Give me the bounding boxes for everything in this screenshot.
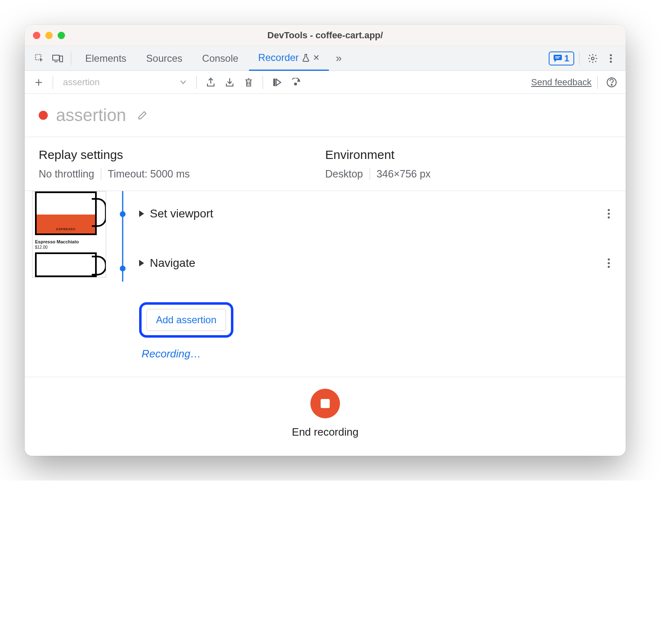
add-assertion-button[interactable]: Add assertion — [147, 309, 226, 331]
environment-heading: Environment — [325, 148, 612, 162]
end-recording-button[interactable] — [310, 389, 340, 418]
issues-count: 1 — [564, 53, 569, 64]
replay-settings-heading: Replay settings — [39, 148, 325, 162]
timeline-dot — [120, 211, 126, 217]
steps-list: Set viewport Navigate Add assertion Reco… — [139, 191, 618, 377]
recording-status: Recording… — [142, 348, 610, 360]
titlebar: DevTools - coffee-cart.app/ — [25, 25, 626, 46]
tab-sources[interactable]: Sources — [137, 46, 191, 71]
issues-badge[interactable]: 1 — [549, 51, 574, 65]
thumbnail-coffee-fill: ESPRESSO — [37, 215, 95, 233]
svg-rect-2 — [60, 56, 63, 62]
step-menu-icon[interactable] — [608, 208, 610, 219]
devtools-tabstrip: Elements Sources Console Recorder ✕ » 1 — [25, 46, 626, 71]
timeline-dot — [120, 266, 126, 271]
separator — [597, 76, 598, 89]
tab-label: Recorder — [258, 52, 299, 63]
kebab-menu-icon[interactable] — [603, 50, 619, 67]
step-label: Set viewport — [150, 207, 213, 220]
tab-recorder[interactable]: Recorder ✕ — [249, 46, 329, 71]
thumbnail-product-name: Espresso Macchiato — [35, 239, 79, 244]
settings-icon[interactable] — [584, 50, 601, 67]
thumbnail-cup-graphic-2 — [35, 252, 97, 277]
separator — [71, 52, 71, 65]
svg-point-10 — [295, 83, 297, 85]
stop-icon — [321, 399, 330, 408]
expand-icon — [139, 260, 144, 266]
svg-point-14 — [608, 212, 610, 215]
add-assertion-highlight: Add assertion — [139, 302, 233, 338]
device-toolbar-icon[interactable] — [49, 50, 66, 67]
step-row-set-viewport[interactable]: Set viewport — [139, 191, 610, 236]
help-icon[interactable] — [603, 74, 620, 91]
experiment-icon — [302, 54, 310, 62]
step-label: Navigate — [150, 257, 196, 270]
svg-point-5 — [591, 57, 594, 60]
performance-replay-icon[interactable] — [288, 74, 304, 91]
inspect-element-icon[interactable] — [31, 50, 48, 67]
dimensions-value: 346×756 px — [377, 168, 431, 180]
svg-point-8 — [610, 61, 612, 63]
separator — [196, 76, 197, 89]
svg-rect-9 — [274, 79, 275, 86]
separator — [370, 168, 370, 180]
svg-point-15 — [608, 216, 610, 218]
thumbnail-cup-graphic: ESPRESSO — [35, 191, 97, 235]
tab-console[interactable]: Console — [193, 46, 247, 71]
import-icon[interactable] — [221, 74, 238, 91]
replay-icon[interactable] — [269, 74, 285, 91]
screenshot-thumbnail-column: ESPRESSO Espresso Macchiato $12.00 — [32, 191, 106, 377]
step-row-navigate[interactable]: Navigate — [139, 236, 610, 290]
more-tabs-icon[interactable]: » — [331, 50, 347, 67]
tab-label: Sources — [146, 53, 182, 64]
svg-point-6 — [610, 54, 612, 56]
svg-rect-1 — [53, 55, 59, 60]
replay-settings-panel: Replay settings No throttling Timeout: 5… — [39, 148, 325, 180]
minimize-window-button[interactable] — [45, 32, 53, 39]
svg-point-17 — [608, 262, 610, 264]
dropdown-value: assertion — [63, 77, 100, 88]
recording-dropdown[interactable]: assertion — [59, 74, 191, 91]
device-value: Desktop — [325, 168, 363, 180]
recording-indicator-icon — [39, 111, 48, 120]
close-tab-icon[interactable]: ✕ — [313, 53, 320, 63]
separator — [101, 168, 101, 180]
separator — [263, 76, 263, 89]
thumbnail-product-price: $12.00 — [35, 245, 48, 250]
step-menu-icon[interactable] — [608, 258, 610, 268]
recording-name: assertion — [56, 105, 126, 125]
environment-panel: Environment Desktop 346×756 px — [325, 148, 612, 180]
close-window-button[interactable] — [33, 32, 40, 39]
devtools-window: DevTools - coffee-cart.app/ Elements Sou… — [25, 25, 626, 456]
timeline — [106, 191, 139, 377]
svg-point-16 — [608, 258, 610, 260]
steps-area: ESPRESSO Espresso Macchiato $12.00 Set v… — [25, 191, 626, 377]
send-feedback-link[interactable]: Send feedback — [531, 77, 591, 88]
edit-name-icon[interactable] — [134, 107, 151, 124]
recording-header: assertion — [25, 94, 626, 137]
timeout-value[interactable]: Timeout: 5000 ms — [108, 168, 190, 180]
tab-label: Console — [202, 53, 238, 64]
zoom-window-button[interactable] — [58, 32, 65, 39]
tab-elements[interactable]: Elements — [76, 46, 135, 71]
expand-icon — [139, 210, 144, 217]
window-controls — [25, 32, 65, 39]
new-recording-icon[interactable]: ＋ — [30, 74, 47, 91]
svg-rect-3 — [555, 56, 560, 57]
svg-point-13 — [608, 209, 610, 211]
footer: End recording — [25, 377, 626, 456]
throttling-value[interactable]: No throttling — [39, 168, 94, 180]
chevron-down-icon — [180, 80, 186, 84]
separator — [579, 52, 580, 65]
svg-rect-4 — [555, 58, 559, 58]
thumbnail-cup-label: ESPRESSO — [37, 227, 95, 231]
chat-icon — [554, 55, 562, 62]
window-title: DevTools - coffee-cart.app/ — [25, 30, 626, 41]
svg-point-18 — [608, 266, 610, 268]
delete-icon[interactable] — [240, 74, 257, 91]
settings-panels: Replay settings No throttling Timeout: 5… — [25, 137, 626, 191]
screenshot-thumbnail[interactable]: ESPRESSO Espresso Macchiato $12.00 — [32, 191, 106, 278]
export-icon[interactable] — [203, 74, 219, 91]
svg-point-7 — [610, 57, 612, 59]
tab-label: Elements — [85, 53, 126, 64]
